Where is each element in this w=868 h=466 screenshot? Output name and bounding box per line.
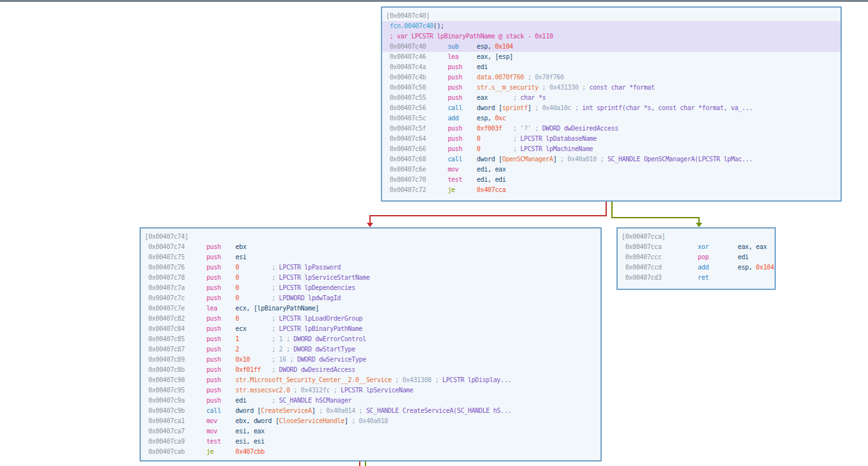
asm-spacing [184, 417, 206, 424]
asm-token: 0x00407cca [622, 243, 661, 250]
asm-row[interactable]: 0x00407c76 push 0 ; LPCSTR lpPassword [141, 262, 600, 273]
asm-token: edi [477, 63, 488, 70]
asm-spacing [709, 243, 737, 250]
asm-row[interactable]: 0x00407ca1 mov ebx, dword [CloseServiceH… [141, 416, 600, 426]
asm-row[interactable]: 0x00407c84 push ecx ; LPCSTR lpBinaryPat… [141, 324, 600, 334]
asm-row[interactable]: 0x00407c7c push 0 ; LPDWORD lpdwTagId [141, 293, 600, 303]
asm-row[interactable]: 0x00407c87 push 2 ; 2 ; DWORD dwStartTyp… [141, 344, 600, 355]
asm-spacing [184, 325, 206, 332]
asm-row[interactable]: 0x00407c7a push 0 ; LPCSTR lpDependencie… [141, 283, 600, 293]
asm-spacing [184, 315, 206, 322]
asm-token: edi [236, 397, 246, 404]
asm-token: mov [206, 428, 217, 435]
asm-spacing [221, 387, 236, 394]
asm-row[interactable]: 0x00407c68 call dword [OpenSCManagerA] ;… [382, 154, 840, 165]
asm-spacing [221, 264, 236, 271]
asm-row[interactable]: 0x00407c46 lea eax, [esp] [382, 52, 840, 62]
asm-spacing [239, 274, 271, 281]
asm-spacing [221, 438, 236, 445]
asm-row[interactable]: 0x00407c70 test edi, edi [382, 175, 840, 185]
asm-token: push [447, 94, 462, 101]
basic-block-0x00407c40[interactable]: [0x00407c40] fcn.00407c40(); ; var LPCST… [381, 6, 842, 202]
asm-spacing [426, 156, 447, 163]
asm-token: 0x00407ca9 [145, 438, 184, 445]
asm-row[interactable]: 0x00407c72 je 0x407cca [382, 185, 840, 195]
asm-row[interactable]: 0x00407c78 push 0 ; LPCSTR lpServiceStar… [141, 273, 600, 283]
asm-spacing [426, 145, 447, 152]
asm-token: push [206, 335, 221, 342]
asm-token: sub [447, 43, 458, 50]
asm-row[interactable]: 0x00407cab je 0x407cbb [141, 447, 600, 457]
asm-row[interactable]: 0x00407ca7 mov esi, eax [141, 426, 600, 437]
asm-spacing [221, 315, 236, 322]
asm-token: data.0070f760 [477, 74, 524, 81]
asm-row[interactable]: 0x00407c9a push edi ; SC_HANDLE hSCManag… [141, 396, 600, 406]
asm-token: SC_HANDLE hSCManager [279, 397, 351, 404]
asm-row[interactable]: 0x00407c50 push str.s__m_security ; 0x43… [382, 83, 840, 93]
asm-row[interactable]: fcn.00407c40(); [382, 21, 840, 31]
asm-spacing [462, 63, 477, 70]
asm-row[interactable]: ; var LPCSTR lpBinaryPathName @ stack - … [382, 31, 840, 42]
asm-token: push [206, 284, 221, 291]
asm-row[interactable]: 0x00407ccd add esp, 0x104 [618, 262, 775, 273]
asm-token: ; 0x70f760 [524, 74, 564, 81]
asm-row[interactable]: 0x00407c7e lea ecx, [lpBinaryPathName] [141, 303, 600, 314]
asm-spacing [426, 176, 447, 183]
asm-row[interactable]: 0x00407c6e mov edi, eax [382, 165, 840, 175]
asm-row[interactable]: 0x00407c82 push 0 ; LPCSTR lpLoadOrderGr… [141, 314, 600, 324]
asm-spacing [426, 125, 447, 132]
asm-row[interactable]: 0x00407c55 push eax ; char *s [382, 93, 840, 103]
asm-token: edi, eax [477, 166, 506, 173]
asm-row[interactable]: 0x00407c5f push 0xf003f ; '?' ; DWORD dw… [382, 124, 840, 134]
asm-spacing [462, 84, 477, 91]
asm-token: 0x00407c89 [145, 356, 184, 363]
asm-token: ; '?' ; [513, 125, 542, 132]
asm-token: 0x00407c95 [145, 387, 184, 394]
asm-spacing [184, 448, 206, 455]
basic-block-0x00407c74[interactable]: [0x00407c74] 0x00407c74 push ebx 0x00407… [140, 227, 602, 462]
asm-spacing [480, 145, 513, 152]
block-header[interactable]: [0x00407cca] [618, 232, 775, 242]
basic-block-0x00407cca[interactable]: [0x00407cca] 0x00407cca xor eax, eax 0x0… [616, 227, 776, 290]
asm-row[interactable]: 0x00407c4b push data.0070f760 ; 0x70f760 [382, 72, 840, 83]
asm-row[interactable]: 0x00407c75 push esi [141, 252, 600, 262]
asm-token: str.s__m_security [477, 84, 538, 91]
asm-row[interactable]: 0x00407c85 push 1 ; 1 ; DWORD dwErrorCon… [141, 334, 600, 344]
asm-spacing [221, 243, 236, 250]
asm-token: LPCSTR lpDependencies [279, 284, 355, 291]
asm-token: esp, [738, 264, 756, 271]
asm-row[interactable]: 0x00407ca9 test esi, esi [141, 437, 600, 447]
block-header[interactable]: [0x00407c40] [382, 11, 840, 21]
asm-row[interactable]: 0x00407c5c add esp, 0xc [382, 113, 840, 124]
asm-token: sprintf [502, 104, 528, 111]
asm-row[interactable]: 0x00407c66 push 0 ; LPCSTR lpMachineName [382, 144, 840, 154]
asm-spacing [221, 274, 236, 281]
asm-spacing [458, 43, 476, 50]
asm-row[interactable]: 0x00407c64 push 0 ; LPCSTR lpDatabaseNam… [382, 134, 840, 144]
asm-spacing [217, 305, 235, 312]
asm-row[interactable]: 0x00407cd3 ret [618, 273, 775, 283]
graph-view[interactable]: [0x00407c40] fcn.00407c40(); ; var LPCST… [0, 0, 868, 466]
asm-row[interactable]: 0x00407c56 call dword [sprintf] ; 0x40a1… [382, 103, 840, 113]
asm-token: push [206, 356, 221, 363]
asm-row[interactable]: 0x00407cca xor eax, eax [618, 242, 775, 252]
false-branch-edge [369, 215, 607, 216]
asm-token: ; [272, 325, 279, 332]
block-header[interactable]: [0x00407c74] [141, 232, 600, 242]
asm-row[interactable]: 0x00407c89 push 0x10 ; 16 ; DWORD dwServ… [141, 355, 600, 365]
asm-row[interactable]: 0x00407c4a push edi [382, 62, 840, 72]
asm-row[interactable]: 0x00407c40 sub esp, 0x104 [382, 42, 840, 52]
asm-row[interactable]: 0x00407c9b call dword [CreateServiceA] ;… [141, 406, 600, 416]
asm-spacing [184, 428, 206, 435]
asm-row[interactable]: 0x00407ccc pop edi [618, 252, 775, 262]
asm-row[interactable]: 0x00407c74 push ebx [141, 242, 600, 252]
asm-token: 0x00407c84 [145, 325, 184, 332]
asm-row[interactable]: 0x00407c90 push str.Microsoft_Security_C… [141, 375, 600, 385]
asm-spacing [221, 325, 236, 332]
asm-token: push [447, 84, 462, 91]
asm-spacing [488, 94, 513, 101]
asm-row[interactable]: 0x00407c8b push 0xf01ff ; DWORD dwDesire… [141, 365, 600, 375]
asm-token: DWORD dwDesiredAccess [542, 125, 618, 132]
asm-spacing [455, 186, 477, 193]
asm-row[interactable]: 0x00407c95 push str.mssecsvc2.0 ; 0x4312… [141, 385, 600, 396]
